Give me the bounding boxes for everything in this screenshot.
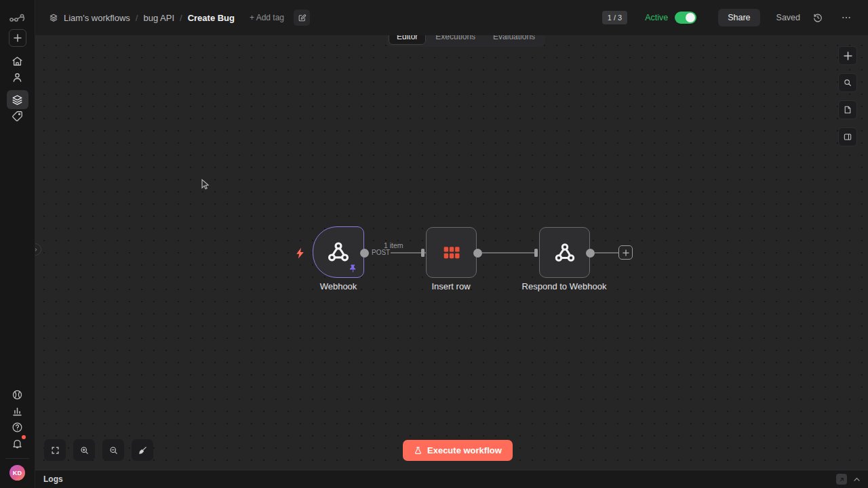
zoom-out-icon [108,445,119,455]
home-icon [11,55,24,68]
output-connector-webhook[interactable] [360,249,369,258]
mouse-cursor [201,179,210,190]
node-insert-row[interactable] [426,227,477,278]
toggle-panel-button[interactable] [838,127,857,146]
active-label: Active [645,13,668,22]
node-label-webhook: Webhook [320,281,357,291]
pinned-data-icon [349,264,357,272]
tab-evaluations[interactable]: Evaluations [485,35,543,45]
sidebar-item-personal[interactable] [7,68,28,87]
sticky-note-button[interactable] [838,100,857,119]
tidy-up-button[interactable] [132,439,153,461]
breadcrumb-separator: / [136,13,138,23]
input-connector-insert[interactable] [421,249,425,257]
canvas-side-actions [838,46,857,146]
left-sidebar: KD [0,0,35,488]
sidebar-item-notifications[interactable] [7,434,28,453]
connection-respond-add [595,252,618,253]
zoom-in-button[interactable] [73,439,95,461]
output-connector-respond[interactable] [586,249,595,258]
project-stack-icon [49,13,58,22]
logs-actions [836,474,861,485]
add-next-node-button[interactable] [618,245,633,260]
webhook-method-label: POST [372,249,390,256]
history-icon [812,12,823,23]
table-icon [440,241,463,264]
sidebar-divider [5,458,29,459]
sidebar-expand-handle[interactable] [35,243,41,256]
n8n-workflow-editor: KD Liam's workflows / bug API / Create B… [0,0,868,488]
node-respond-to-webhook[interactable] [539,227,590,278]
fit-view-button[interactable] [44,439,66,461]
add-node-button[interactable] [838,46,857,65]
breadcrumb: Liam's workflows / bug API / Create Bug [49,13,235,23]
node-label-insert-row: Insert row [431,281,470,291]
templates-icon [11,388,24,401]
broom-icon [138,445,148,455]
webhook-icon [553,241,577,265]
open-logs-popup-button[interactable] [836,474,847,485]
saved-status: Saved [776,13,800,22]
zoom-out-button[interactable] [102,439,124,461]
user-avatar[interactable]: KD [9,465,25,481]
breadcrumb-project[interactable]: Liam's workflows [64,13,130,23]
input-connector-respond[interactable] [534,249,538,257]
fit-view-icon [50,445,60,455]
create-workflow-button[interactable] [9,29,26,47]
connection-insert-respond[interactable] [482,252,534,253]
node-label-respond: Respond to Webhook [522,281,607,291]
more-menu-button[interactable] [837,8,856,27]
rename-workflow-button[interactable] [294,9,310,26]
tab-editor[interactable]: Editor [389,35,426,45]
plus-icon [844,52,852,60]
trigger-bolt-icon[interactable] [296,247,304,259]
share-button[interactable]: Share [718,9,760,26]
tab-executions[interactable]: Executions [427,35,484,45]
webhook-icon [326,239,351,265]
search-icon [843,78,852,87]
toggle-knob [686,13,695,22]
connection-items-label: 1 item [384,241,403,249]
breadcrumb-separator: / [180,13,182,23]
chevron-right-icon [35,247,39,253]
ellipsis-icon [841,12,852,23]
workflow-name[interactable]: Create Bug [188,13,235,23]
pagination-badge: 1 / 3 [602,11,627,24]
execute-workflow-button[interactable]: Execute workflow [403,440,513,461]
execute-workflow-label: Execute workflow [427,445,502,455]
logs-title[interactable]: Logs [43,474,63,484]
user-icon [11,71,24,84]
bar-chart-icon [11,405,24,418]
popout-icon [839,476,845,483]
split-panel-icon [843,132,852,142]
logs-panel-bar[interactable]: Logs [35,470,868,488]
edit-icon [298,14,307,22]
sidebar-item-tags[interactable] [7,106,28,125]
node-webhook[interactable] [313,226,364,278]
help-icon [11,421,24,434]
plus-icon [623,249,629,256]
nodes-logo-icon [9,10,26,25]
workflow-header: Liam's workflows / bug API / Create Bug … [35,0,868,35]
chevron-up-icon [852,475,861,484]
notification-dot [22,435,26,439]
output-connector-insert[interactable] [473,249,482,258]
breadcrumb-folder[interactable]: bug API [143,13,174,23]
tag-icon [11,110,24,123]
plus-icon [14,34,22,42]
layers-icon [11,94,24,106]
header-actions: 1 / 3 Active Share Saved [602,0,856,35]
app-logo[interactable] [7,8,28,27]
canvas-controls [44,439,153,461]
workflow-canvas[interactable]: Editor Executions Evaluations [35,35,868,470]
search-nodes-button[interactable] [838,73,857,92]
flask-icon [414,446,422,455]
expand-logs-button[interactable] [852,475,861,484]
zoom-in-icon [79,445,90,455]
history-button[interactable] [808,8,827,27]
add-tag-button[interactable]: + Add tag [250,13,284,22]
note-icon [843,105,852,115]
active-toggle[interactable] [675,12,696,24]
view-tabs: Editor Executions Evaluations [387,35,545,47]
